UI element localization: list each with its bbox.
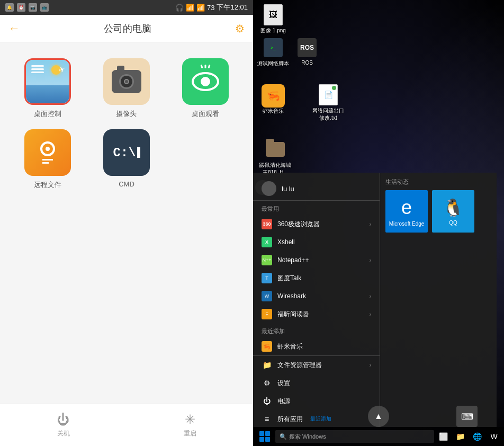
tile-edge[interactable]: e Microsoft Edge bbox=[385, 190, 428, 233]
menu-item-360[interactable]: 360 360极速浏览器 › bbox=[253, 215, 380, 233]
menu-item-wireshark[interactable]: W Wireshark › bbox=[253, 287, 380, 305]
start-menu-right: 生活动态 e Microsoft Edge 🐧 QQ bbox=[380, 173, 497, 427]
ros-label: ROS bbox=[301, 60, 313, 66]
image-file-label: 图像 1.png bbox=[260, 27, 286, 34]
page-title: 公司的电脑 bbox=[104, 22, 151, 35]
word-taskbar[interactable]: W bbox=[486, 427, 502, 446]
app-grid: ✈ 桌面控制 bbox=[0, 42, 253, 404]
status-bar: 🔔 ⏰ 📷 📺 🎧 📶 📶 73 下午12:01 bbox=[0, 0, 253, 15]
menu-item-settings[interactable]: ⚙ 设置 bbox=[253, 374, 380, 392]
edge-tile-icon: e bbox=[401, 197, 412, 219]
wifi-icon: 📶 bbox=[186, 4, 194, 12]
menu-item-foxitreader[interactable]: F 福昕阅读器 › bbox=[253, 305, 380, 323]
ros-folder-icon: ROS bbox=[298, 37, 317, 58]
menu-foxitreader-arrow: › bbox=[370, 311, 371, 317]
shrimp-label: 虾米音乐 bbox=[263, 108, 284, 115]
app-header: ← 公司的电脑 ⚙ bbox=[0, 15, 253, 42]
rf-lines bbox=[42, 159, 53, 164]
script-icon: >_ bbox=[264, 37, 283, 58]
desktop-file-script[interactable]: >_ 测试网络脚本 bbox=[257, 37, 289, 67]
task-view-button[interactable]: ⬜ bbox=[435, 427, 451, 446]
menu-foxitreader-label: 福昕阅读器 bbox=[277, 310, 309, 319]
desktop-folder-mole[interactable]: 鼹鼠清化海城王818_H... bbox=[257, 139, 293, 176]
start-button[interactable] bbox=[255, 427, 274, 446]
screenshot-icon: 📷 bbox=[29, 3, 37, 12]
shrimp-music-icon: 🦐 bbox=[262, 84, 285, 108]
power-icon: ⏻ bbox=[57, 412, 70, 427]
desktop-file-txt[interactable]: 📄 网络问题出口修改.txt bbox=[310, 84, 346, 122]
search-icon: 🔍 bbox=[280, 433, 287, 440]
recent-section-title: 最近添加 bbox=[253, 323, 380, 337]
xshell-icon: X bbox=[262, 237, 272, 247]
allapps-arrow: 最近添加 bbox=[310, 415, 331, 423]
app-item-camera[interactable]: 摄像头 bbox=[89, 58, 163, 119]
edge-tile-label: Microsoft Edge bbox=[389, 221, 425, 227]
menu-item-explorer[interactable]: 📁 文件资源管理器 › bbox=[253, 356, 380, 374]
desktop-control-label: 桌面控制 bbox=[34, 109, 61, 119]
taskbar-search[interactable]: 🔍 搜索 Windows bbox=[275, 430, 434, 443]
live-tiles-title: 生活动态 bbox=[385, 178, 491, 186]
menu-item-xshell[interactable]: X Xshell bbox=[253, 233, 380, 251]
restart-label: 重启 bbox=[184, 429, 196, 438]
frequent-section-title: 最常用 bbox=[253, 201, 380, 215]
headphones-icon: 🎧 bbox=[175, 4, 184, 12]
clock-icon: ⏰ bbox=[17, 3, 25, 12]
eye-icon bbox=[192, 72, 219, 91]
camera-label: 摄像头 bbox=[116, 109, 137, 119]
menu-item-power[interactable]: ⏻ 电源 bbox=[253, 392, 380, 410]
shutdown-button[interactable]: ⏻ 关机 bbox=[57, 412, 70, 438]
camera-lens bbox=[119, 74, 134, 89]
explorer-icon: 📁 bbox=[262, 360, 272, 370]
menu-wireshark-label: Wireshark bbox=[277, 292, 306, 300]
desktop-control-icon: ✈ bbox=[26, 60, 69, 103]
windows-logo bbox=[259, 431, 270, 442]
tudotalk-icon: T bbox=[262, 273, 272, 283]
desktop-app-shrimp[interactable]: 🦐 虾米音乐 bbox=[257, 84, 289, 122]
menu-tudotalk-label: 图度Talk bbox=[277, 274, 301, 283]
chrome-taskbar[interactable]: 🌐 bbox=[469, 427, 485, 446]
battery-label: 73 bbox=[207, 4, 214, 12]
taskbar: 🔍 搜索 Windows ⬜ 📁 🌐 W ▲ ⌨ bbox=[253, 427, 504, 446]
menu-power-label: 电源 bbox=[277, 397, 290, 406]
screen-icon: 📺 bbox=[40, 3, 49, 12]
scroll-up-button[interactable]: ▲ bbox=[368, 406, 389, 427]
restart-icon: ✳ bbox=[185, 412, 195, 427]
settings-menu-icon: ⚙ bbox=[262, 378, 272, 388]
menu-item-allapps[interactable]: ≡ 所有应用 最近添加 bbox=[253, 410, 380, 428]
menu-item-notepad[interactable]: N++ Notepad++ › bbox=[253, 251, 380, 269]
user-name: lu lu bbox=[282, 185, 294, 193]
menu-notepad-label: Notepad++ bbox=[277, 256, 309, 264]
app-item-cmd[interactable]: C:\ CMD bbox=[89, 129, 163, 190]
camera-lens-inner bbox=[124, 79, 129, 84]
desktop-file-image[interactable]: 🖼 图像 1.png bbox=[257, 4, 289, 34]
menu-explorer-label: 文件资源管理器 bbox=[277, 361, 322, 370]
start-menu-left: lu lu 最常用 360 360极速浏览器 › X Xshell N++ bbox=[253, 173, 380, 427]
menu-item-shrimp[interactable]: 🦐 虾米音乐 bbox=[253, 337, 380, 355]
remote-files-icon bbox=[40, 141, 55, 164]
restart-button[interactable]: ✳ 重启 bbox=[184, 412, 196, 438]
menu-item-tudotalk[interactable]: T 图度Talk bbox=[253, 269, 380, 287]
cmd-icon-wrapper: C:\ bbox=[103, 129, 150, 176]
app-item-desktop-view[interactable]: 桌面观看 bbox=[169, 58, 242, 119]
foxitreader-icon: F bbox=[262, 309, 272, 319]
signal-icon: 📶 bbox=[196, 4, 205, 12]
file-explorer-taskbar[interactable]: 📁 bbox=[452, 427, 468, 446]
notification-icon: 🔔 bbox=[5, 3, 14, 12]
keyboard-button[interactable]: ⌨ bbox=[456, 406, 478, 427]
menu-shrimp-label: 虾米音乐 bbox=[277, 342, 303, 351]
desktop-folder-ros[interactable]: ROS ROS bbox=[293, 37, 321, 67]
start-menu-bottom: 📁 文件资源管理器 › ⚙ 设置 ⏻ 电源 ≡ 所有应用 最近添加 bbox=[253, 355, 380, 428]
tile-qq[interactable]: 🐧 QQ bbox=[432, 190, 474, 233]
app-item-remote-files[interactable]: 远程文件 bbox=[11, 129, 84, 190]
script-label: 测试网络脚本 bbox=[257, 60, 289, 67]
mole-folder-icon bbox=[266, 139, 285, 160]
script-text: >_ bbox=[271, 46, 276, 50]
user-avatar bbox=[262, 181, 276, 196]
cmd-label-icon: C:\ bbox=[113, 146, 140, 160]
menu-allapps-label: 所有应用 bbox=[277, 415, 303, 424]
app-item-desktop-control[interactable]: ✈ 桌面控制 bbox=[11, 58, 84, 119]
allapps-icon: ≡ bbox=[262, 414, 272, 424]
qq-tile-icon: 🐧 bbox=[443, 198, 464, 218]
settings-button[interactable]: ⚙ bbox=[235, 22, 245, 35]
back-button[interactable]: ← bbox=[8, 22, 20, 35]
